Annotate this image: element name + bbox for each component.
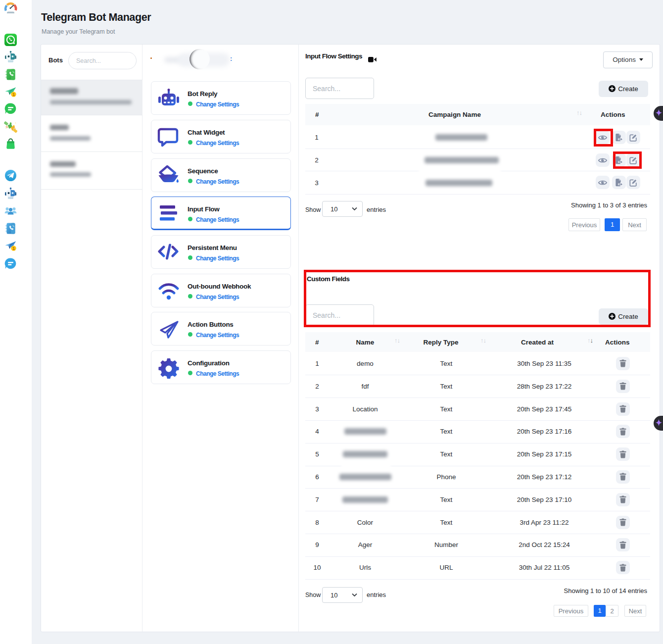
svg-text:1: 1: [12, 246, 15, 251]
svg-text:1: 1: [12, 92, 15, 97]
